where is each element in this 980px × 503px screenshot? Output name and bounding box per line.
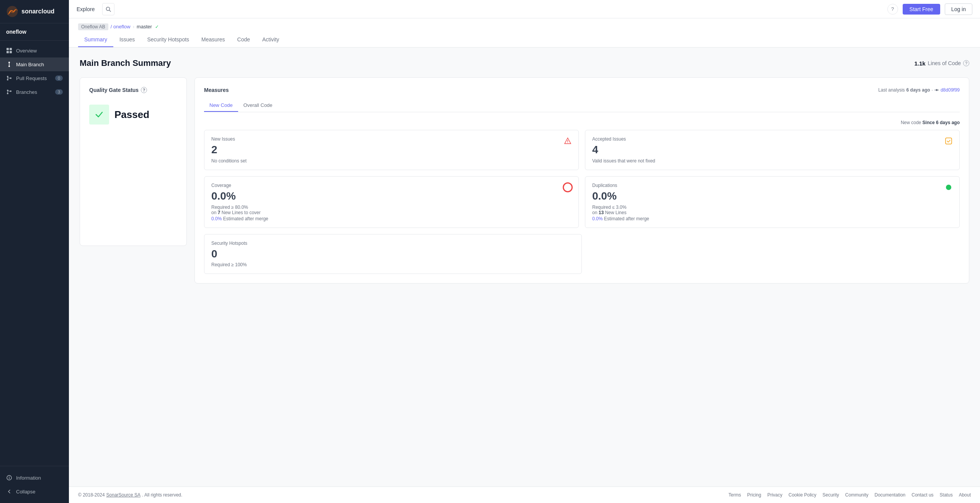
measures-tab-overall-code[interactable]: Overall Code <box>238 99 278 112</box>
svg-point-5 <box>8 62 10 63</box>
sidebar-overview-label: Overview <box>16 48 37 54</box>
sidebar-item-branches[interactable]: Branches 3 <box>0 85 69 99</box>
svg-rect-1 <box>7 48 9 50</box>
footer-links: Terms Pricing Privacy Cookie Policy Secu… <box>728 492 971 498</box>
sidebar-item-information[interactable]: Information <box>0 471 69 485</box>
content-header: Oneflow AB / oneflow › master ✓ Summary … <box>69 18 980 48</box>
footer-link-cookie-policy[interactable]: Cookie Policy <box>789 492 817 498</box>
footer-link-privacy[interactable]: Privacy <box>767 492 782 498</box>
tab-issues[interactable]: Issues <box>113 33 141 47</box>
tab-code[interactable]: Code <box>231 33 256 47</box>
breadcrumb-org-slug[interactable]: / oneflow <box>111 24 131 29</box>
footer: © 2018-2024 SonarSource SA . All rights … <box>69 487 980 503</box>
lines-of-code: 1.1k Lines of Code ? <box>914 60 969 67</box>
sidebar: sonarcloud oneflow Overview Main Branch <box>0 0 69 503</box>
dupl-on: on <box>592 210 597 215</box>
help-button[interactable]: ? <box>887 4 898 15</box>
tab-measures[interactable]: Measures <box>195 33 231 47</box>
measures-tabs: New Code Overall Code <box>204 99 960 112</box>
accepted-issues-sub: Valid issues that were not fixed <box>592 158 952 164</box>
footer-link-community[interactable]: Community <box>845 492 869 498</box>
sidebar-bottom: Information Collapse <box>0 466 69 503</box>
svg-point-9 <box>7 79 8 80</box>
dupl-sub-prefix: Required ≤ 3.0% <box>592 205 626 210</box>
information-icon <box>6 475 12 481</box>
coverage-est-label: Estimated after merge <box>223 216 268 221</box>
sidebar-item-overview[interactable]: Overview <box>0 44 69 57</box>
footer-link-terms[interactable]: Terms <box>728 492 741 498</box>
metrics-grid: New Issues 2 No conditions set Accepted … <box>204 130 960 228</box>
svg-rect-4 <box>10 51 12 53</box>
collapse-icon <box>6 488 12 495</box>
commit-hash-link[interactable]: d8d09f99 <box>941 87 960 93</box>
sidebar-item-main-branch[interactable]: Main Branch <box>0 57 69 71</box>
duplications-value[interactable]: 0.0% <box>592 190 952 202</box>
footer-link-status[interactable]: Status <box>940 492 953 498</box>
tab-activity[interactable]: Activity <box>256 33 285 47</box>
new-issues-sub: No conditions set <box>211 158 572 164</box>
breadcrumb-project: master <box>137 24 152 29</box>
pull-requests-icon <box>6 75 12 81</box>
svg-rect-3 <box>7 51 9 53</box>
quality-gate-help-icon[interactable]: ? <box>141 87 147 93</box>
accepted-issues-icon <box>943 136 954 146</box>
cards-row: Quality Gate Status ? Passed <box>80 77 969 283</box>
explore-link[interactable]: Explore <box>77 6 95 12</box>
metric-coverage: Coverage 0.0% Required ≥ 80.0% on 7 New … <box>204 176 579 228</box>
loc-label: Lines of Code <box>928 60 961 66</box>
metric-security-hotspots: Security Hotspots 0 Required ≥ 100% <box>204 234 582 274</box>
svg-point-17 <box>9 476 10 477</box>
coverage-label: Coverage <box>211 183 572 188</box>
dupl-est-value: 0.0% <box>592 216 603 221</box>
dupl-count: 13 <box>599 210 604 215</box>
sidebar-logo: sonarcloud <box>0 0 69 23</box>
svg-point-12 <box>7 93 8 94</box>
footer-company-link[interactable]: SonarSource SA <box>106 492 140 498</box>
footer-link-documentation[interactable]: Documentation <box>875 492 906 498</box>
login-button[interactable]: Log in <box>945 3 972 15</box>
sidebar-item-pull-requests[interactable]: Pull Requests 0 <box>0 71 69 85</box>
metric-accepted-issues: Accepted Issues 4 Valid issues that were… <box>585 130 960 170</box>
loc-value: 1.1k <box>914 60 925 67</box>
start-free-button[interactable]: Start Free <box>903 4 940 15</box>
svg-line-19 <box>109 10 111 11</box>
logo-text: sonarcloud <box>21 8 54 15</box>
breadcrumb: Oneflow AB / oneflow › master ✓ <box>78 18 971 29</box>
new-issues-value[interactable]: 2 <box>211 144 572 156</box>
accepted-issues-value[interactable]: 4 <box>592 144 952 156</box>
sidebar-information-label: Information <box>16 475 41 481</box>
branches-icon <box>6 89 12 95</box>
analysis-separator: · <box>932 87 933 93</box>
coverage-unit: New Lines to cover <box>222 210 261 215</box>
topnav-right: ? Start Free Log in <box>887 3 972 15</box>
page-title-row: Main Branch Summary 1.1k Lines of Code ? <box>80 58 969 68</box>
duplications-estimated: 0.0% Estimated after merge <box>592 216 952 221</box>
footer-link-pricing[interactable]: Pricing <box>747 492 761 498</box>
svg-point-24 <box>567 143 568 143</box>
accepted-issues-label: Accepted Issues <box>592 136 952 142</box>
search-button[interactable] <box>102 3 114 15</box>
security-hotspots-value[interactable]: 0 <box>211 248 575 260</box>
metric-duplications: Duplications 0.0% Required ≤ 3.0% on 13 … <box>585 176 960 228</box>
footer-link-about[interactable]: About <box>959 492 971 498</box>
tab-summary[interactable]: Summary <box>78 33 113 47</box>
new-issues-label: New Issues <box>211 136 572 142</box>
coverage-value[interactable]: 0.0% <box>211 190 572 202</box>
measures-tab-new-code[interactable]: New Code <box>204 99 238 112</box>
dupl-unit: New Lines <box>605 210 626 215</box>
svg-point-8 <box>7 76 8 77</box>
tab-security-hotspots[interactable]: Security Hotspots <box>141 33 195 47</box>
loc-help-icon[interactable]: ? <box>963 60 969 66</box>
footer-link-security[interactable]: Security <box>822 492 839 498</box>
measures-title: Measures <box>204 87 229 93</box>
sidebar-item-collapse[interactable]: Collapse <box>0 485 69 498</box>
duplications-sub: Required ≤ 3.0% on 13 New Lines <box>592 205 952 215</box>
footer-rights: . All rights reserved. <box>142 492 182 498</box>
breadcrumb-org[interactable]: Oneflow AB <box>78 24 108 29</box>
last-analysis: Last analysis 6 days ago · d8d09f99 <box>878 87 960 93</box>
new-code-since-label: New code Since 6 days ago <box>204 120 960 125</box>
svg-point-20 <box>936 89 938 91</box>
footer-link-contact-us[interactable]: Contact us <box>911 492 933 498</box>
passed-icon <box>89 105 109 125</box>
page-body: Main Branch Summary 1.1k Lines of Code ?… <box>69 48 980 487</box>
